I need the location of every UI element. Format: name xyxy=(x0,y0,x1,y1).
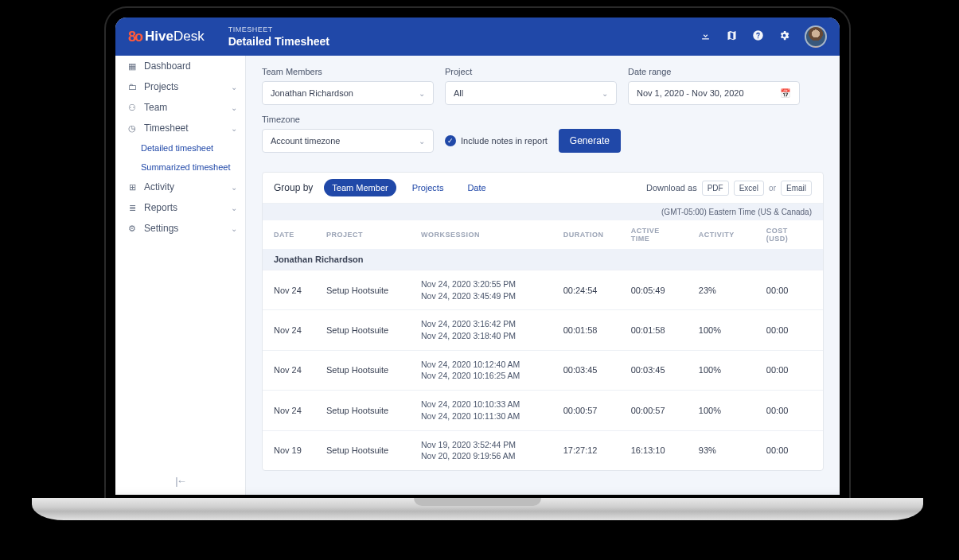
cell-activity: 93% xyxy=(688,430,755,470)
clock-icon: ◷ xyxy=(127,123,138,134)
sidebar-item-label: Projects xyxy=(144,81,224,92)
table-row[interactable]: Nov 24Setup HootsuiteNov 24, 2020 10:12:… xyxy=(263,350,823,390)
table-row[interactable]: Nov 24Setup HootsuiteNov 24, 2020 3:16:4… xyxy=(263,310,823,350)
cell-project: Setup Hootsuite xyxy=(315,391,410,430)
cell-worksession: Nov 24, 2020 3:20:55 PMNov 24, 2020 3:45… xyxy=(410,270,552,310)
cell-date: Nov 24 xyxy=(263,310,315,350)
timezone-label: Timezone xyxy=(262,115,434,124)
results-card: Group by Team Member Projects Date Downl… xyxy=(262,172,824,471)
download-email-button[interactable]: Email xyxy=(781,181,812,196)
cell-duration: 17:27:12 xyxy=(552,430,620,470)
cell-date: Nov 19 xyxy=(263,430,315,470)
table-row[interactable]: Nov 24Setup HootsuiteNov 24, 2020 3:20:5… xyxy=(263,270,823,310)
col-cost: COST (USD) xyxy=(755,220,823,249)
timezone-select[interactable]: Account timezone ⌄ xyxy=(262,129,434,153)
group-by-label: Group by xyxy=(274,182,313,193)
sidebar-item-dashboard[interactable]: ▦ Dashboard xyxy=(115,56,245,76)
main-content: Team Members Jonathan Richardson ⌄ Proje… xyxy=(246,56,840,495)
daterange-select[interactable]: Nov 1, 2020 - Nov 30, 2020 📅 xyxy=(628,81,800,105)
map-icon[interactable] xyxy=(726,29,738,44)
sidebar-item-reports[interactable]: ≣ Reports ⌄ xyxy=(115,197,245,218)
cell-cost: 00:00 xyxy=(755,270,823,310)
generate-button[interactable]: Generate xyxy=(559,129,621,153)
cell-active-time: 00:05:49 xyxy=(620,270,688,310)
cell-worksession: Nov 24, 2020 3:16:42 PMNov 24, 2020 3:18… xyxy=(410,310,552,350)
project-label: Project xyxy=(445,67,617,76)
folder-icon: 🗀 xyxy=(127,82,138,91)
team-members-label: Team Members xyxy=(262,67,434,76)
cell-active-time: 16:13:10 xyxy=(620,430,688,470)
sidebar-item-label: Timesheet xyxy=(144,122,224,134)
cell-cost: 00:00 xyxy=(755,430,823,470)
gear-icon[interactable] xyxy=(778,29,790,44)
download-pdf-button[interactable]: PDF xyxy=(702,181,729,196)
brand-name-thin: Desk xyxy=(173,29,205,45)
sidebar-sub-summarized-timesheet[interactable]: Summarized timesheet xyxy=(115,158,245,177)
daterange-label: Date range xyxy=(628,67,800,76)
project-value: All xyxy=(454,88,463,98)
cell-project: Setup Hootsuite xyxy=(315,430,410,470)
sidebar: ▦ Dashboard 🗀 Projects ⌄ ⚇ Team ⌄ ◷ Time… xyxy=(115,56,246,495)
people-icon: ⚇ xyxy=(127,103,138,113)
col-activity: ACTIVITY xyxy=(688,220,755,249)
sidebar-item-timesheet[interactable]: ◷ Timesheet ⌄ xyxy=(115,118,245,138)
timezone-value: Account timezone xyxy=(271,136,340,146)
team-members-select[interactable]: Jonathan Richardson ⌄ xyxy=(262,81,434,105)
sidebar-item-label: Dashboard xyxy=(144,60,237,72)
cell-duration: 00:24:54 xyxy=(552,270,620,310)
cell-project: Setup Hootsuite xyxy=(315,350,410,390)
cell-activity: 100% xyxy=(688,310,755,350)
col-date: DATE xyxy=(263,220,315,249)
help-icon[interactable] xyxy=(752,29,764,44)
table-row[interactable]: Nov 19Setup HootsuiteNov 19, 2020 3:52:4… xyxy=(263,430,823,470)
col-active-time: ACTIVE TIME xyxy=(620,220,688,249)
chevron-down-icon: ⌄ xyxy=(231,224,237,233)
sidebar-sub-detailed-timesheet[interactable]: Detailed timesheet xyxy=(115,138,245,158)
download-excel-button[interactable]: Excel xyxy=(734,181,764,196)
results-toolbar: Group by Team Member Projects Date Downl… xyxy=(263,173,823,204)
cell-active-time: 00:00:57 xyxy=(620,391,688,430)
team-members-value: Jonathan Richardson xyxy=(271,88,353,98)
cell-active-time: 00:01:58 xyxy=(620,310,688,350)
sidebar-item-label: Settings xyxy=(144,223,224,234)
include-notes-label: Include notes in report xyxy=(461,136,548,146)
col-duration: DURATION xyxy=(552,220,620,249)
cell-worksession: Nov 24, 2020 10:12:40 AMNov 24, 2020 10:… xyxy=(410,350,552,390)
cell-worksession: Nov 24, 2020 10:10:33 AMNov 24, 2020 10:… xyxy=(410,391,552,430)
table-row[interactable]: Nov 24Setup HootsuiteNov 24, 2020 10:10:… xyxy=(263,391,823,430)
cell-activity: 23% xyxy=(688,270,755,310)
collapse-sidebar-icon[interactable]: |← xyxy=(175,475,185,487)
include-notes-checkbox[interactable]: ✓ Include notes in report xyxy=(445,129,548,153)
groupby-pill-team-member[interactable]: Team Member xyxy=(324,179,396,196)
groupby-pill-projects[interactable]: Projects xyxy=(404,179,452,196)
sidebar-item-projects[interactable]: 🗀 Projects ⌄ xyxy=(115,76,245,97)
cell-project: Setup Hootsuite xyxy=(315,270,410,310)
brand-logo[interactable]: 8o HiveDesk xyxy=(128,29,205,45)
sidebar-item-settings[interactable]: ⚙ Settings ⌄ xyxy=(115,218,245,239)
group-name: Jonathan Richardson xyxy=(263,249,823,270)
report-icon: ≣ xyxy=(127,203,138,213)
group-row: Jonathan Richardson xyxy=(263,249,823,270)
cell-date: Nov 24 xyxy=(263,391,315,430)
avatar[interactable] xyxy=(805,25,827,48)
cell-activity: 100% xyxy=(688,391,755,430)
chevron-down-icon: ⌄ xyxy=(231,204,237,212)
project-select[interactable]: All ⌄ xyxy=(445,81,617,105)
chevron-down-icon: ⌄ xyxy=(602,89,608,98)
download-icon[interactable] xyxy=(700,29,711,44)
cell-project: Setup Hootsuite xyxy=(315,310,410,350)
col-worksession: WORKSESSION xyxy=(410,220,552,249)
cell-active-time: 00:03:45 xyxy=(620,350,688,390)
sidebar-item-activity[interactable]: ⊞ Activity ⌄ xyxy=(115,177,245,197)
sidebar-item-label: Reports xyxy=(144,202,224,213)
cell-date: Nov 24 xyxy=(263,270,315,310)
groupby-pill-date[interactable]: Date xyxy=(459,179,493,196)
cell-duration: 00:00:57 xyxy=(552,391,620,430)
or-label: or xyxy=(769,184,776,192)
check-icon: ✓ xyxy=(445,135,456,146)
chevron-down-icon: ⌄ xyxy=(231,183,237,192)
sidebar-item-team[interactable]: ⚇ Team ⌄ xyxy=(115,97,245,118)
sidebar-item-label: Activity xyxy=(144,181,224,192)
cell-duration: 00:03:45 xyxy=(552,350,620,390)
logo-icon: 8o xyxy=(128,29,142,45)
